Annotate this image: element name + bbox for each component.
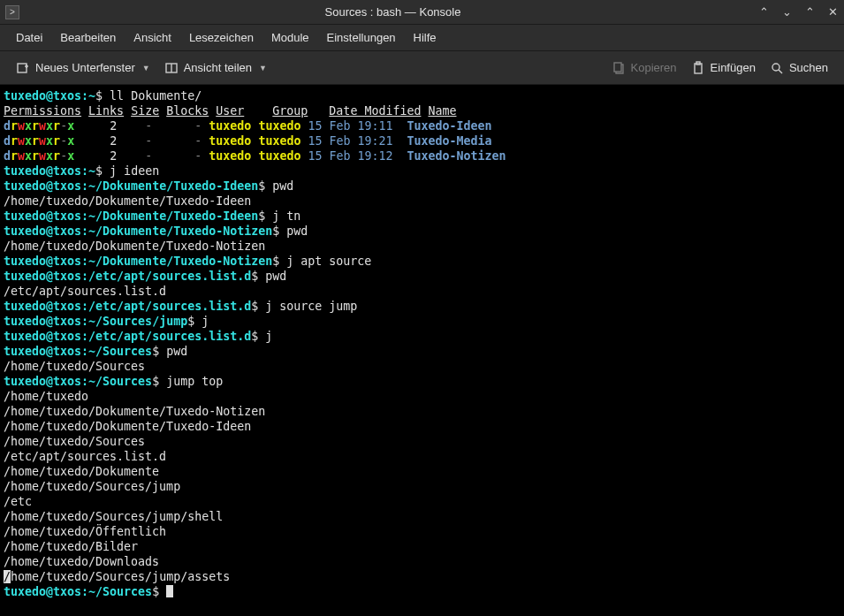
search-icon	[770, 61, 784, 75]
new-tab-icon	[16, 61, 30, 75]
menu-module[interactable]: Module	[262, 27, 318, 48]
split-view-icon	[164, 61, 179, 75]
menu-bearbeiten[interactable]: Bearbeiten	[51, 27, 125, 48]
keep-above-icon[interactable]: ⌃	[757, 6, 770, 19]
menu-datei[interactable]: Datei	[7, 27, 51, 48]
close-icon[interactable]: ✕	[826, 6, 839, 19]
svg-rect-5	[614, 63, 621, 72]
window-title: Sources : bash — Konsole	[28, 5, 757, 19]
copy-label: Kopieren	[631, 61, 677, 74]
menu-einstellungen[interactable]: Einstellungen	[318, 27, 405, 48]
titlebar: > Sources : bash — Konsole ⌃ ⌄ ⌃ ✕	[0, 0, 844, 25]
paste-button[interactable]: Einfügen	[684, 57, 763, 79]
paste-icon	[691, 61, 705, 75]
menu-ansicht[interactable]: Ansicht	[125, 27, 180, 48]
new-tab-button[interactable]: Neues Unterfenster ▼	[9, 57, 157, 79]
split-view-button[interactable]: Ansicht teilen ▼	[157, 57, 274, 79]
chevron-down-icon: ▼	[142, 64, 150, 72]
search-button[interactable]: Suchen	[763, 57, 835, 79]
toolbar: Neues Unterfenster ▼ Ansicht teilen ▼ Ko…	[0, 51, 844, 85]
svg-line-9	[779, 70, 782, 73]
chevron-down-icon: ▼	[259, 64, 267, 72]
svg-point-8	[772, 64, 779, 71]
paste-label: Einfügen	[711, 61, 756, 74]
new-tab-label: Neues Unterfenster	[35, 61, 135, 74]
svg-rect-0	[18, 64, 27, 72]
app-icon: >	[5, 5, 19, 19]
terminal-output[interactable]: tuxedo@txos:~$ ll Dokumente/ Permissions…	[0, 85, 844, 616]
split-view-label: Ansicht teilen	[184, 61, 252, 74]
minimize-icon[interactable]: ⌄	[780, 6, 793, 19]
window-buttons: ⌃ ⌄ ⌃ ✕	[757, 6, 839, 19]
menu-lesezeichen[interactable]: Lesezeichen	[180, 27, 262, 48]
maximize-icon[interactable]: ⌃	[803, 6, 816, 19]
search-label: Suchen	[789, 61, 828, 74]
menu-hilfe[interactable]: Hilfe	[405, 27, 445, 48]
menubar: Datei Bearbeiten Ansicht Lesezeichen Mod…	[0, 25, 844, 51]
copy-icon	[612, 61, 626, 75]
copy-button[interactable]: Kopieren	[604, 57, 684, 79]
